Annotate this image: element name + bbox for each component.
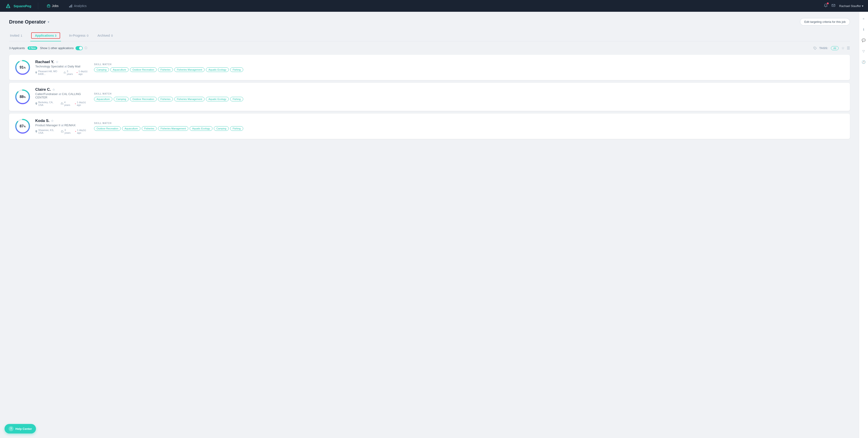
location-icon [35, 71, 37, 74]
help-center-button[interactable]: ? Help Center [4, 424, 36, 434]
skill-match-section: SKILL MATCH AquacultureCampingOutdoor Re… [94, 92, 844, 101]
skill-tag: Fisheries [142, 126, 157, 131]
page-header: Drone Operator ▾ Edit targeting criteria… [9, 18, 850, 26]
svg-rect-2 [7, 6, 9, 6]
sidebar-collapse-icon[interactable]: « [862, 16, 866, 22]
nav-analytics-label: Analytics [74, 4, 87, 8]
candidate-time: ● 1 day(s) ago [76, 70, 90, 75]
tab-archived[interactable]: Archived 0 [96, 31, 114, 40]
svg-point-15 [36, 103, 37, 104]
tab-invited-count: 1 [21, 34, 22, 37]
filter-actions: ☆ ☰ [841, 46, 850, 50]
svg-rect-3 [47, 5, 50, 7]
help-center-label: Help Center [16, 427, 32, 431]
new-badge: 0 New [28, 47, 37, 50]
svg-rect-8 [832, 4, 835, 6]
notification-button[interactable] [824, 3, 828, 8]
skill-tag: Outdoor Recreation [94, 126, 121, 131]
candidate-location: Berkeley, CA, USA [35, 101, 58, 106]
analytics-icon [69, 4, 72, 8]
tag-all[interactable]: All [831, 46, 839, 50]
favorite-star-icon[interactable]: ☆ [56, 60, 59, 64]
skill-match-section: SKILL MATCH CampingAquacultureOutdoor Re… [94, 63, 844, 72]
skill-tag: Fishing [230, 67, 243, 72]
candidate-meta: Pleasant Hill, MO 6408... 3 years ● 1 da… [35, 70, 90, 75]
candidate-role: Product Manager II at RE/MAX [35, 123, 90, 127]
score-circle: 88% [14, 89, 31, 105]
candidate-name: Claire C. ☆ [35, 87, 90, 92]
applicant-count: 3 Applicants [9, 47, 25, 50]
favorite-star-icon[interactable]: ☆ [51, 119, 54, 123]
favorite-star-icon[interactable]: ☆ [52, 88, 55, 91]
star-filter-icon[interactable]: ☆ [841, 46, 844, 50]
message-button[interactable] [831, 3, 835, 8]
tab-archived-count: 0 [111, 34, 113, 37]
skill-tag: Aquaculture [94, 97, 112, 101]
skill-match-label: SKILL MATCH [94, 122, 844, 124]
candidate-card-claire-c[interactable]: 88% Claire C. ☆ Caller/Fundraiser at CAL… [9, 83, 850, 111]
tabs-bar: Invited 1 Applications 3 In-Progress 0 A… [9, 30, 850, 41]
toggle-thumb [79, 47, 82, 50]
skill-tag: Aquatic Ecology [206, 67, 229, 72]
user-menu[interactable]: Rachael Stauffer ▾ [839, 4, 864, 8]
skill-tags: AquacultureCampingOutdoor RecreationFish… [94, 97, 844, 101]
user-name: Rachael Stauffer [839, 4, 861, 8]
candidate-name: Rachael Y. ☆ [35, 60, 90, 64]
tags-label: TAGS: [819, 47, 828, 50]
score-value: 91% [20, 65, 26, 69]
candidate-card-koda-s[interactable]: 87% Koda S. ☆ Product Manager II at RE/M… [9, 114, 850, 139]
nav-jobs[interactable]: Jobs [45, 3, 60, 8]
edit-criteria-button[interactable]: Edit targeting criteria for this job [800, 18, 850, 26]
navbar: SquarePeg Jobs Analytics [0, 0, 868, 12]
info-icon[interactable]: ⓘ [85, 46, 87, 50]
candidate-role: Technology Specialist at Daily Mail [35, 65, 90, 68]
skill-tag: Aquatic Ecology [206, 97, 229, 101]
notification-badge [827, 2, 829, 4]
sidebar-info-icon[interactable]: ℹ [862, 26, 866, 33]
score-circle: 87% [14, 118, 31, 135]
tab-archived-label: Archived [97, 34, 110, 37]
jobs-icon [47, 4, 51, 8]
tab-in-progress[interactable]: In-Progress 0 [68, 31, 90, 40]
skill-tag: Fisheries Management [174, 67, 205, 72]
svg-rect-6 [70, 5, 71, 7]
experience-icon [61, 103, 63, 105]
candidate-experience: 3 years [64, 70, 73, 75]
candidate-role: Caller/Fundraiser at CAL CALLING CENTER [35, 92, 90, 99]
skill-match-label: SKILL MATCH [94, 63, 844, 66]
candidate-info: Koda S. ☆ Product Manager II at RE/MAX S… [35, 119, 90, 134]
candidate-card-rachael-y[interactable]: 91% Rachael Y. ☆ Technology Specialist a… [9, 55, 850, 80]
candidate-meta: Shawnee, KS, USA 3 years ● 1 day(s) ago [35, 129, 90, 134]
show-others-switch[interactable] [75, 46, 83, 50]
candidate-experience: 3 years [61, 129, 72, 134]
candidate-meta: Berkeley, CA, USA 4 years ● 1 day(s) ago [35, 101, 90, 106]
page-title: Drone Operator [9, 19, 46, 25]
sidebar-filter-icon[interactable]: ▽ [861, 48, 866, 54]
list-filter-icon[interactable]: ☰ [847, 46, 850, 50]
app-logo[interactable]: SquarePeg [4, 2, 31, 9]
tab-invited[interactable]: Invited 1 [9, 31, 23, 40]
candidate-location: Pleasant Hill, MO 6408... [35, 70, 61, 75]
tab-applications[interactable]: Applications 3 [30, 30, 61, 41]
chevron-down-icon: ▾ [862, 4, 864, 8]
tab-in-progress-count: 0 [87, 34, 88, 37]
tab-applications-box: Applications 3 [31, 32, 60, 39]
page-title-row: Drone Operator ▾ [9, 19, 49, 25]
svg-point-18 [36, 130, 37, 131]
skill-tag: Aquaculture [122, 126, 141, 131]
show-others-label: Show 1 other applications [40, 47, 74, 50]
sidebar-clock-icon[interactable]: 🕐 [860, 59, 867, 65]
mail-icon [831, 3, 835, 7]
candidate-info: Claire C. ☆ Caller/Fundraiser at CAL CAL… [35, 87, 90, 106]
sidebar-chat-icon[interactable]: 💬 [860, 37, 867, 43]
nav-analytics[interactable]: Analytics [67, 3, 88, 8]
candidate-time: ● 1 day(s) ago [75, 101, 90, 106]
main-content: Drone Operator ▾ Edit targeting criteria… [0, 12, 859, 148]
nav-jobs-label: Jobs [52, 4, 59, 8]
skill-match-section: SKILL MATCH Outdoor RecreationAquacultur… [94, 122, 844, 131]
skill-tag: Camping [114, 97, 129, 101]
skill-tag: Camping [214, 126, 229, 131]
nav-actions: Rachael Stauffer ▾ [824, 3, 864, 8]
skill-tag: Aquaculture [110, 67, 129, 72]
page-title-chevron-icon[interactable]: ▾ [48, 20, 49, 24]
